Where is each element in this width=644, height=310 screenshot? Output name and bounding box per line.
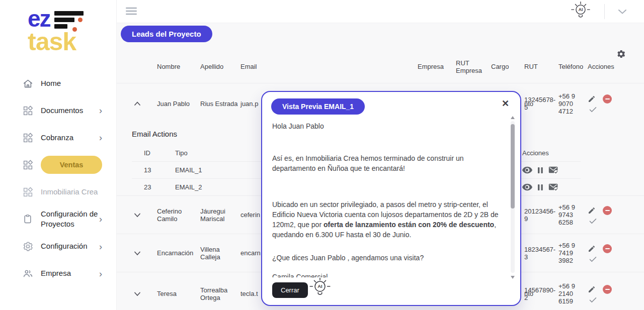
cell-apellido: Jáuregui Mariscal — [200, 208, 240, 223]
logo-bars-icon — [54, 11, 86, 31]
sidebar-item-label: Configuración de Proyectos — [41, 209, 99, 230]
grid-icon — [22, 105, 33, 116]
email-preview-modal: Vista Previa EMAIL_1 ✕ Hola Juan Pablo A… — [261, 91, 521, 306]
edit-pencil-icon[interactable] — [588, 95, 596, 103]
sidebar-item-label: Home — [41, 78, 102, 88]
col-header-apellido: Apellido — [200, 63, 240, 70]
svg-text:AI: AI — [579, 7, 583, 12]
sidebar-item-documentos[interactable]: Documentos › — [0, 100, 116, 121]
grid-icon — [22, 186, 33, 197]
remove-lead-icon[interactable] — [603, 206, 612, 215]
gear-icon — [22, 241, 33, 252]
cell-id: 23 — [144, 183, 175, 191]
confirm-check-icon[interactable] — [589, 256, 631, 262]
expand-row-icon[interactable] — [134, 213, 141, 218]
cell-nombre: Ceferino Camilo — [157, 208, 200, 223]
cell-rut: 18234567-3 — [524, 246, 558, 261]
chevron-right-icon: › — [99, 242, 102, 251]
sidebar-item-configuracion[interactable]: Configuración › — [0, 237, 116, 257]
leads-table-header: Nombre Apellido Email Empresa RUT Empres… — [117, 50, 644, 83]
cell-telefono: +56 9 9070 4712 — [558, 92, 588, 115]
logo-ez-text: ez — [28, 7, 50, 30]
scroll-up-arrow[interactable] — [511, 116, 515, 119]
clipboard-icon — [22, 214, 33, 225]
cell-nombre: Teresa — [157, 290, 200, 297]
topbar-divider — [604, 4, 605, 19]
sidebar-item-label: Inmobiliaria Crea — [41, 187, 102, 197]
chevron-right-icon: › — [99, 215, 102, 224]
confirm-check-icon[interactable] — [589, 218, 631, 224]
col-header-cargo: Cargo — [491, 63, 524, 70]
chevron-down-icon[interactable] — [618, 9, 627, 15]
email-preview-body: Hola Juan Pablo Así es, en Inmobiliaria … — [272, 121, 499, 277]
expand-row-icon[interactable] — [134, 291, 141, 296]
email-greeting: Hola Juan Pablo — [272, 121, 499, 131]
col-header-rut-empresa: RUT Empresa — [456, 59, 491, 74]
sidebar-item-label: Configuración — [41, 241, 99, 251]
sidebar-nav: Home Documentos › Cobranza › Ventas — [0, 73, 116, 284]
preview-eye-icon[interactable] — [522, 183, 532, 191]
topbar: AI — [117, 0, 644, 23]
cell-apellido: Torrealba Ortega — [200, 286, 240, 301]
cell-telefono: +56 9 9743 6258 — [558, 203, 588, 226]
cell-id: 13 — [144, 166, 175, 174]
sidebar-item-cobranza[interactable]: Cobranza › — [0, 128, 116, 148]
remove-lead-icon[interactable] — [603, 244, 612, 253]
remove-lead-icon[interactable] — [603, 285, 612, 294]
logo-task-text: task — [28, 29, 116, 54]
sidebar-item-configuracion-proyectos[interactable]: Configuración de Proyectos › — [0, 209, 116, 230]
scroll-down-arrow[interactable] — [511, 276, 515, 279]
settings-gear-icon[interactable] — [616, 49, 626, 61]
scrollbar-thumb[interactable] — [511, 124, 515, 209]
active-item-pill: Ventas — [41, 156, 102, 174]
sidebar-item-inmobiliaria-crea[interactable]: Inmobiliaria Crea — [0, 182, 116, 202]
mark-email-read-icon[interactable] — [548, 166, 558, 174]
sidebar: ez task Home Documentos › Cobran — [0, 0, 117, 310]
sidebar-item-label: Documentos — [41, 106, 99, 116]
ai-assistant-icon[interactable]: AI — [570, 0, 591, 23]
col-header-rut: RUT — [524, 63, 558, 70]
pause-icon[interactable] — [537, 167, 543, 174]
modal-title-pill: Vista Previa EMAIL_1 — [271, 98, 365, 115]
sidebar-item-empresa[interactable]: Empresa › — [0, 264, 116, 284]
cell-nombre: Encarnación — [157, 249, 200, 257]
cell-apellido: Villena Calleja — [200, 246, 240, 261]
collapse-row-icon[interactable] — [134, 101, 141, 106]
col-header-empresa: Empresa — [418, 63, 456, 70]
cell-rut: 20123456-9 — [524, 208, 558, 223]
cell-telefono: +56 9 7419 3982 — [558, 242, 588, 264]
svg-text:AI: AI — [317, 283, 322, 289]
ai-assistant-icon[interactable]: AI — [308, 276, 332, 301]
edit-pencil-icon[interactable] — [588, 206, 596, 215]
remove-lead-icon[interactable] — [603, 94, 612, 104]
cell-telefono: +56 9 2140 6159 — [558, 282, 588, 305]
home-icon — [22, 78, 33, 89]
cerrar-button[interactable]: Cerrar — [272, 282, 308, 298]
sidebar-item-home[interactable]: Home — [0, 73, 116, 93]
sidebar-item-ventas[interactable]: Ventas — [0, 155, 116, 175]
sidebar-item-label: Empresa — [41, 268, 99, 278]
mark-email-read-icon[interactable] — [548, 183, 558, 191]
expand-row-icon[interactable] — [134, 251, 141, 256]
confirm-check-icon[interactable] — [589, 107, 631, 113]
confirm-check-icon[interactable] — [589, 297, 631, 303]
eztask-logo: ez task — [0, 0, 116, 61]
preview-eye-icon[interactable] — [522, 166, 532, 174]
hamburger-menu-icon[interactable] — [126, 8, 137, 15]
page-title-pill[interactable]: Leads del Proyecto — [121, 26, 212, 42]
close-icon[interactable]: ✕ — [502, 98, 509, 109]
email-paragraph: Ubicado en un sector privilegiado, a pas… — [272, 199, 499, 240]
chevron-right-icon: › — [99, 269, 102, 278]
cell-nombre: Juan Pablo — [157, 100, 200, 108]
col-header-email: Email — [240, 63, 418, 70]
edit-pencil-icon[interactable] — [588, 245, 596, 253]
edit-pencil-icon[interactable] — [588, 285, 596, 293]
col-header-nombre: Nombre — [157, 63, 200, 70]
col-header-telefono: Teléfono — [558, 63, 588, 70]
chevron-right-icon: › — [99, 133, 102, 142]
email-signature-clipped: Camila Comercial — [272, 272, 499, 277]
pause-icon[interactable] — [537, 184, 543, 191]
email-paragraph: Así es, en Inmobiliaria Crea hemos termi… — [272, 153, 499, 173]
email-question: ¿Que dices Juan Pablo , agendamos una vi… — [272, 253, 499, 263]
grid-icon — [22, 159, 33, 170]
